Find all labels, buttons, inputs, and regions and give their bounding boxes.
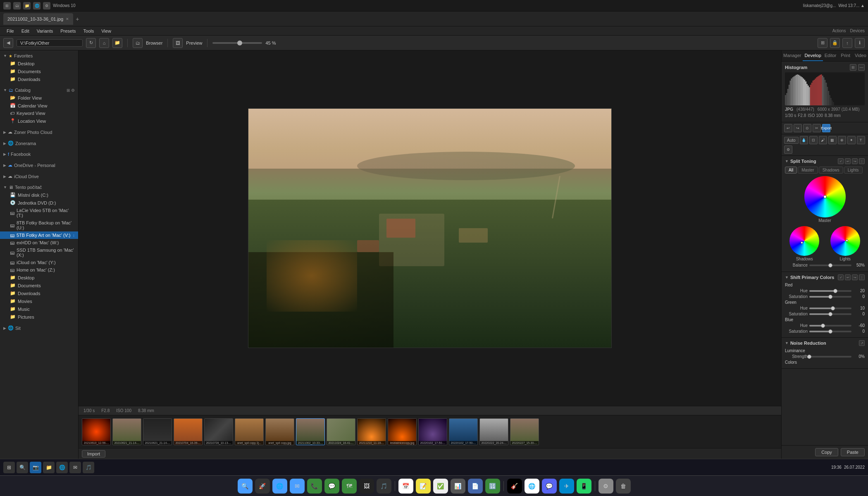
dock-icon-launchpad[interactable]: 🚀 bbox=[255, 479, 270, 494]
sidebar-item-documents-fav[interactable]: 📁 Documents bbox=[0, 67, 78, 75]
dock-icon-discord[interactable]: 💬 bbox=[542, 479, 557, 494]
dock-icon-whatsapp[interactable]: 📱 bbox=[577, 479, 591, 494]
clone-btn[interactable]: ⊕ bbox=[838, 136, 846, 144]
blue-hue-track[interactable] bbox=[809, 325, 851, 327]
zoom-slider[interactable] bbox=[212, 42, 262, 44]
sidebar-item-location-view[interactable]: 📍 Location View bbox=[0, 117, 78, 125]
sp-undo-btn[interactable]: ↩ bbox=[845, 274, 851, 280]
st-tab-lights[interactable]: Lights bbox=[844, 167, 863, 174]
sidebar-movies[interactable]: 📁 Movies bbox=[0, 297, 78, 305]
dock-icon-facetime[interactable]: 📞 bbox=[307, 479, 322, 494]
sp-menu-btn[interactable]: ⋮ bbox=[859, 274, 865, 280]
menu-actions[interactable]: Actions bbox=[832, 29, 846, 33]
st-tab-master[interactable]: Master bbox=[798, 167, 818, 174]
sidebar-item-calendar-view[interactable]: 📅 Calendar View bbox=[0, 102, 78, 110]
toolbar-preview-btn[interactable]: 🖼 bbox=[173, 38, 183, 48]
sidebar-documents[interactable]: 📁 Documents bbox=[0, 281, 78, 289]
dock-icon-calendar[interactable]: 📅 bbox=[398, 479, 413, 494]
windows-icon[interactable]: ⊞ bbox=[3, 2, 11, 10]
sidebar-onedrive-header[interactable]: ▶ ☁ OneDrive - Personal bbox=[0, 161, 78, 169]
tab-editor[interactable]: Editor bbox=[823, 50, 838, 61]
dock-icon-reminders[interactable]: ✅ bbox=[433, 479, 448, 494]
film-thumb-5[interactable]: anet_spil copy 2j... bbox=[235, 418, 264, 445]
film-thumb-8[interactable]: 20211024_16-41-... bbox=[327, 418, 355, 445]
dock-icon-numbers[interactable]: 🔢 bbox=[485, 479, 500, 494]
lights-color-wheel[interactable] bbox=[830, 226, 860, 256]
menu-presets[interactable]: Presets bbox=[57, 28, 79, 34]
text-btn[interactable]: T bbox=[857, 136, 865, 144]
crop2-btn[interactable]: ⊡ bbox=[809, 136, 818, 144]
os-web-icon[interactable]: 🌐 bbox=[33, 2, 41, 10]
catalog-actions[interactable]: ⊞ ⚙ bbox=[67, 88, 75, 93]
film-thumb-14[interactable]: 20220227_15-30-... bbox=[510, 418, 539, 445]
film-thumb-7[interactable]: 20211002_10-33-... bbox=[296, 418, 325, 445]
settings-btn[interactable]: ⚙ bbox=[784, 145, 792, 154]
os-folder-icon[interactable]: 📁 bbox=[23, 2, 31, 10]
sidebar-catalog-header[interactable]: ▼ 🗂 Catalog ⊞ ⚙ bbox=[0, 86, 78, 94]
menu-devices[interactable]: Devices bbox=[850, 29, 865, 33]
export-btn[interactable]: Export bbox=[822, 124, 830, 132]
sidebar-favorites-header[interactable]: ▼ ★ Favorites bbox=[0, 52, 78, 60]
crop-btn[interactable]: ✂ bbox=[813, 124, 821, 132]
taskbar-mail-icon[interactable]: ✉ bbox=[69, 462, 81, 473]
dock-icon-settings[interactable]: ⚙ bbox=[599, 479, 613, 494]
green-hue-track[interactable] bbox=[809, 308, 851, 309]
sidebar-zonerama-header[interactable]: ▶ 🌐 Zonerama bbox=[0, 139, 78, 147]
sp-check-btn[interactable]: ✓ bbox=[838, 274, 844, 280]
gradient-btn[interactable]: ▦ bbox=[828, 136, 837, 144]
sidebar-drive-c[interactable]: 💾 Místní disk (C:) bbox=[0, 191, 78, 199]
dock-icon-music[interactable]: 🎵 bbox=[377, 479, 391, 494]
paste-button[interactable]: Paste bbox=[841, 448, 865, 456]
st-menu-btn[interactable]: ⋮ bbox=[859, 158, 865, 164]
sidebar-drive-z[interactable]: 🖴 Home on 'Mac' (Z:) bbox=[0, 266, 78, 274]
sidebar-music[interactable]: 📁 Music bbox=[0, 305, 78, 313]
st-check-btn[interactable]: ✓ bbox=[838, 158, 844, 164]
os-settings-icon[interactable]: ⚙ bbox=[43, 2, 50, 10]
dock-icon-finder[interactable]: 🔍 bbox=[238, 479, 253, 494]
film-thumb-11[interactable]: 20220102_17-50-... bbox=[418, 418, 447, 445]
sidebar-drive-w[interactable]: 🖴 exHDD on 'Mac' (W:) bbox=[0, 239, 78, 246]
histogram-header[interactable]: Histogram ⊞ — bbox=[785, 64, 865, 71]
sidebar-computer-header[interactable]: ▼ 🖥 Tento počítač bbox=[0, 184, 78, 191]
toolbar-lock-btn[interactable]: 🔒 bbox=[830, 38, 840, 48]
sidebar-item-folder-view[interactable]: 📂 Folder View bbox=[0, 94, 78, 102]
red-hue-track[interactable] bbox=[809, 290, 851, 292]
film-thumb-1[interactable]: 20210621_21-14-... bbox=[112, 418, 141, 445]
import-button[interactable]: Import bbox=[82, 450, 105, 458]
histogram-action-2[interactable]: — bbox=[858, 64, 865, 71]
preview-label[interactable]: Preview bbox=[186, 41, 202, 45]
dock-icon-telegram[interactable]: ✈ bbox=[559, 479, 574, 494]
green-sat-track[interactable] bbox=[809, 313, 851, 315]
sidebar-drive-u[interactable]: 🖴 8TB Fotky Backup on 'Mac' (U:) bbox=[0, 219, 78, 231]
sidebar-drive-t[interactable]: 🖴 LaCie Video 5TB on 'Mac' (T:) bbox=[0, 207, 78, 219]
taskbar-app-icon[interactable]: 📷 bbox=[30, 462, 41, 473]
app-tab-main[interactable]: 20211002_10-33-36_01.jpg ✕ bbox=[3, 13, 73, 25]
copy-button[interactable]: Copy bbox=[815, 448, 838, 456]
sidebar-drive-v[interactable]: 🖴 5TB Fotky Art on 'Mac' (V:) ↕ bbox=[0, 231, 78, 239]
film-thumb-3[interactable]: 20210704_16-39-... bbox=[174, 418, 203, 445]
shift-primary-header[interactable]: ▼ Shift Primary Colors ✓ ↩ ↪ ⋮ bbox=[785, 274, 865, 280]
sidebar-facebook-header[interactable]: ▶ f Facebook bbox=[0, 150, 78, 158]
sidebar-item-downloads-fav[interactable]: 📁 Downloads bbox=[0, 75, 78, 83]
dock-icon-safari[interactable]: 🌐 bbox=[272, 479, 287, 494]
split-toning-header[interactable]: ▼ Split Toning ✓ ↩ ↪ ⋮ bbox=[785, 158, 865, 164]
film-thumb-12[interactable]: 20220102_17-50-... bbox=[449, 418, 478, 445]
sp-redo-btn[interactable]: ↪ bbox=[852, 274, 858, 280]
tab-print[interactable]: Print bbox=[838, 50, 853, 61]
menu-view[interactable]: View bbox=[98, 28, 114, 34]
tab-video[interactable]: Video bbox=[853, 50, 868, 61]
dock-icon-pages[interactable]: 📄 bbox=[468, 479, 483, 494]
tab-close-icon[interactable]: ✕ bbox=[66, 17, 69, 21]
sidebar-pictures[interactable]: 📁 Pictures bbox=[0, 313, 78, 321]
taskbar-browser-icon[interactable]: 🌐 bbox=[56, 462, 68, 473]
redo-btn[interactable]: ↪ bbox=[794, 124, 802, 132]
film-thumb-6[interactable]: anet_spil copy.jpg bbox=[265, 418, 294, 445]
strength-track[interactable] bbox=[809, 356, 851, 358]
histogram-action-1[interactable]: ⊞ bbox=[850, 64, 856, 71]
dock-icon-trash[interactable]: 🗑 bbox=[616, 479, 631, 494]
tab-develop[interactable]: Develop bbox=[803, 50, 823, 61]
film-thumb-0[interactable]: 20210610_12-56-... bbox=[82, 418, 111, 445]
eyedropper-btn[interactable]: 💧 bbox=[800, 136, 808, 144]
balance-track[interactable] bbox=[809, 265, 851, 266]
nr-expand-btn[interactable]: ↗ bbox=[859, 340, 865, 346]
